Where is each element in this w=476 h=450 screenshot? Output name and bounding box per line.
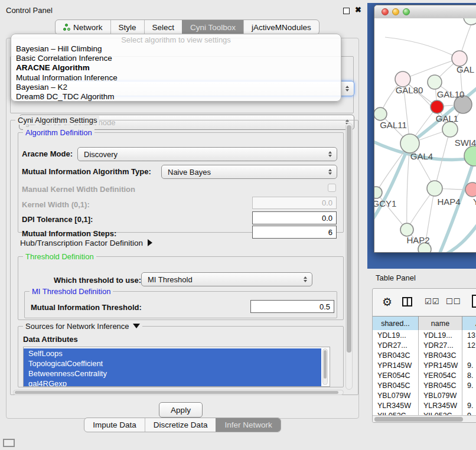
network-window-titlebar[interactable] — [374, 5, 476, 19]
table-cell: 9. — [462, 380, 476, 390]
scrollbar-thumb[interactable] — [15, 391, 338, 394]
zoom-traffic-light-icon[interactable] — [403, 8, 410, 15]
table-row[interactable]: YPR145WYPR145W9. — [373, 360, 476, 370]
minimize-traffic-light-icon[interactable] — [392, 8, 399, 15]
table-horizontal-scrollbar[interactable] — [373, 415, 476, 423]
table-row[interactable]: YDR27...YDR27...12 — [373, 340, 476, 350]
dropdown-item[interactable]: Dream8 DC_TDC Algorithm — [11, 92, 341, 102]
table-row[interactable]: YER054CYER054C8. — [373, 370, 476, 380]
table-row[interactable]: YDL19...YDL19...13 — [373, 330, 476, 340]
table-cell: 12 — [462, 340, 476, 350]
tab-jactivemnodules[interactable]: jActiveMNodules — [243, 20, 319, 34]
checked-columns-icon[interactable]: ☑☑ — [425, 297, 439, 306]
cyni-algorithm-settings-group: Cyni Algorithm Settings Algorithm Defini… — [10, 120, 358, 395]
attribute-list-item[interactable]: SelfLoops — [24, 348, 321, 358]
table-column-header[interactable]: shared... — [373, 317, 419, 330]
document-icon[interactable] — [472, 295, 476, 308]
unchecked-columns-icon[interactable]: ☐☐ — [446, 297, 461, 306]
hub-definition-toggle[interactable]: Hub/Transcription Factor Definition — [20, 239, 152, 247]
table-row[interactable]: YBR043CYBR043C — [373, 350, 476, 360]
tab-cyni-toolbox[interactable]: Cyni Toolbox — [182, 20, 243, 34]
table-cell — [462, 350, 476, 360]
table-column-header[interactable]: name — [419, 317, 462, 330]
table-cell: YLR345W — [419, 400, 462, 410]
table-row[interactable]: YLR345WYLR345W9. — [373, 400, 476, 410]
network-node-label: GAL1 — [436, 113, 458, 123]
table-cell: YBL079W — [419, 390, 462, 400]
minimized-panel-icon[interactable] — [3, 439, 15, 447]
network-node[interactable] — [464, 146, 476, 166]
mi-steps-field[interactable] — [252, 226, 337, 239]
tab-network[interactable]: Network — [56, 20, 110, 34]
network-view-window[interactable]: GALGAL80GAL10GAL1GAL11SWI4GAL4GCY1HAP4YH… — [374, 5, 476, 253]
network-node-label: Y — [473, 197, 476, 207]
settings-horizontal-scrollbar[interactable] — [13, 390, 344, 395]
tab-style[interactable]: Style — [110, 20, 144, 34]
mi-steps-label: Mutual Information Steps: — [22, 229, 116, 238]
table-row[interactable]: YIL052CYIL052C9 — [373, 410, 476, 415]
network-node[interactable] — [465, 182, 476, 197]
close-icon[interactable]: ✖ — [355, 5, 361, 14]
network-node[interactable] — [400, 223, 413, 236]
network-node[interactable] — [374, 187, 382, 198]
data-attributes-label: Data Attributes — [23, 335, 78, 344]
bottom-tab-impute-data[interactable]: Impute Data — [84, 418, 145, 432]
apply-button[interactable]: Apply — [159, 402, 203, 418]
mi-type-value: Naive Bayes — [168, 168, 211, 177]
network-node[interactable] — [464, 18, 476, 25]
data-attributes-list[interactable]: SelfLoopsTopologicalCoefficientBetweenne… — [23, 347, 330, 387]
table-cell: YIL052C — [419, 410, 462, 415]
sources-group-title[interactable]: Sources for Network Inference — [23, 322, 142, 331]
bottom-tab-infer-network[interactable]: Infer Network — [216, 418, 280, 432]
table-cell: 8. — [462, 370, 476, 380]
table-cell: 9. — [462, 360, 476, 370]
manual-kernel-checkbox[interactable] — [328, 184, 336, 192]
which-threshold-combo[interactable]: MI Threshold — [141, 272, 312, 286]
mi-type-combo[interactable]: Naive Bayes — [161, 165, 337, 179]
close-traffic-light-icon[interactable] — [382, 8, 389, 15]
network-edge[interactable] — [407, 144, 410, 230]
attribute-list-item[interactable]: gal4RGexp — [24, 379, 321, 387]
network-node[interactable] — [431, 100, 444, 113]
table-rows[interactable]: YDL19...YDL19...13YDR27...YDR27...12YBR0… — [373, 330, 476, 415]
dropdown-item[interactable]: Mutual Information Inference — [11, 73, 341, 83]
settings-vertical-scrollbar[interactable] — [345, 123, 353, 390]
bottom-tab-discretize-data[interactable]: Discretize Data — [145, 418, 216, 432]
which-threshold-label: Which threshold to use: — [54, 276, 141, 285]
attribute-list-item[interactable]: BetweennessCentrality — [24, 369, 321, 379]
list-vertical-scrollbar[interactable] — [322, 348, 328, 385]
split-columns-icon[interactable] — [402, 297, 412, 306]
kernel-width-field[interactable] — [252, 197, 337, 209]
scrollbar-thumb[interactable] — [347, 125, 351, 353]
table-column-header[interactable]: A — [462, 317, 476, 330]
mi-threshold-field[interactable] — [250, 300, 334, 313]
table-row[interactable]: YBL079WYBL079W — [373, 390, 476, 400]
dropdown-item[interactable]: Basic Correlation Inference — [11, 54, 341, 63]
attribute-list-item[interactable]: TopologicalCoefficient — [24, 358, 321, 369]
tab-select[interactable]: Select — [144, 20, 182, 34]
network-graph: GALGAL80GAL10GAL1GAL11SWI4GAL4GCY1HAP4YH… — [374, 18, 476, 253]
control-panel-title: Control Panel — [6, 6, 53, 15]
sources-group: Sources for Network Inference Data Attri… — [18, 326, 344, 387]
network-node[interactable] — [427, 181, 442, 196]
network-node[interactable] — [374, 107, 387, 120]
aracne-mode-combo[interactable]: Discovery — [77, 147, 337, 161]
table-row[interactable]: YBR045CYBR045C9. — [373, 380, 476, 390]
desktop-background: GALGAL80GAL10GAL1GAL11SWI4GAL4GCY1HAP4YH… — [367, 3, 476, 269]
network-node[interactable] — [442, 122, 458, 137]
dropdown-item[interactable]: Bayesian – K2 — [11, 83, 341, 92]
network-edge[interactable] — [385, 37, 459, 58]
scrollbar-thumb[interactable] — [374, 417, 463, 422]
dropdown-item[interactable]: Bayesian – Hill Climbing — [11, 44, 341, 54]
gear-icon[interactable]: ⚙ — [382, 295, 392, 309]
aracne-mode-value: Discovery — [84, 150, 118, 159]
dpi-tolerance-field[interactable] — [252, 211, 337, 224]
float-window-icon[interactable] — [343, 8, 350, 14]
network-node[interactable] — [400, 134, 419, 153]
network-node-label: GAL11 — [380, 120, 407, 130]
network-node[interactable] — [428, 75, 442, 89]
dropdown-item[interactable]: ARACNE Algorithm — [11, 63, 341, 73]
network-canvas[interactable]: GALGAL80GAL10GAL1GAL11SWI4GAL4GCY1HAP4YH… — [374, 18, 476, 253]
table-cell: YDL19... — [419, 330, 462, 340]
scrollbar-thumb[interactable] — [324, 350, 327, 379]
